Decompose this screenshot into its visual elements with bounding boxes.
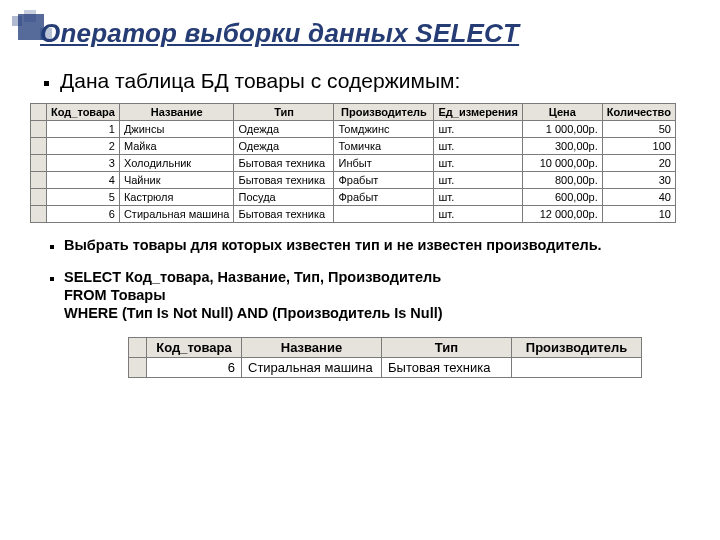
table-row: 3ХолодильникБытовая техникаИнбытшт.10 00… [31, 155, 676, 172]
result-table: Код_товара Название Тип Производитель 6С… [128, 337, 642, 378]
col-qty: Количество [602, 104, 675, 121]
r-col-maker: Производитель [512, 338, 642, 358]
table-row: 5КастрюляПосудаФрабытшт.600,00р.40 [31, 189, 676, 206]
col-name: Название [119, 104, 234, 121]
r-col-blank [129, 338, 147, 358]
sql-block: SELECT Код_товара, Название, Тип, Произв… [64, 269, 682, 321]
col-price: Цена [522, 104, 602, 121]
sql-from: FROM Товары [64, 287, 682, 303]
table-row: 1ДжинсыОдеждаТомджинсшт.1 000,00р.50 [31, 121, 676, 138]
table-row: 2МайкаОдеждаТомичкашт.300,00р.100 [31, 138, 676, 155]
r-col-name: Название [242, 338, 382, 358]
task-text: Выбрать товары для которых известен тип … [64, 237, 682, 253]
col-type: Тип [234, 104, 334, 121]
r-col-type: Тип [382, 338, 512, 358]
products-table: Код_товара Название Тип Производитель Ед… [30, 103, 676, 223]
table-row: 6Стиральная машинаБытовая техника [129, 358, 642, 378]
intro-text: Дана таблица БД товары с содержимым: [60, 69, 682, 93]
r-col-id: Код_товара [147, 338, 242, 358]
slide-decoration [10, 10, 84, 44]
col-maker: Производитель [334, 104, 434, 121]
col-blank [31, 104, 47, 121]
table-row: 4ЧайникБытовая техникаФрабытшт.800,00р.3… [31, 172, 676, 189]
slide-title: Оператор выборки данных SELECT [40, 18, 682, 49]
table-row: 6Стиральная машинаБытовая техникашт.12 0… [31, 206, 676, 223]
col-unit: Ед_измерения [434, 104, 522, 121]
col-id: Код_товара [47, 104, 120, 121]
sql-where: WHERE (Тип Is Not Null) AND (Производите… [64, 305, 682, 321]
